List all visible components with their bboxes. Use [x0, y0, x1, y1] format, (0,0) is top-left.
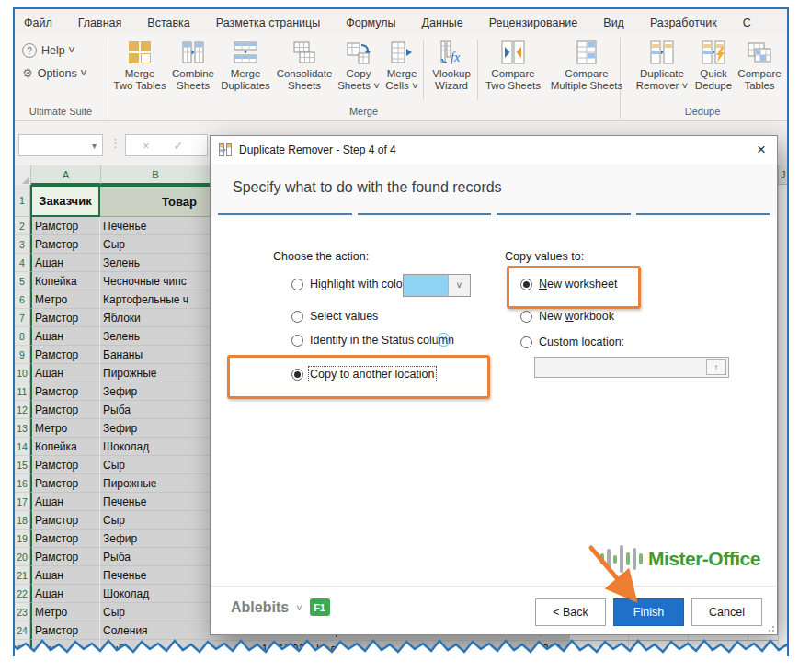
radio-label[interactable]: Highlight with color	[310, 278, 406, 290]
row-header[interactable]: 20	[15, 548, 30, 566]
row-header[interactable]: 6	[15, 290, 30, 309]
row-header[interactable]: 22	[15, 585, 30, 603]
quick-dedupe-button[interactable]: QuickDedupe	[691, 39, 736, 108]
row-header[interactable]: 1	[15, 185, 30, 217]
cell-customer[interactable]: Метро	[30, 419, 100, 438]
cell-product[interactable]: Картофельные ч	[100, 290, 210, 309]
cell-product[interactable]: Сыр	[100, 456, 210, 474]
radio-identify-status-column[interactable]: Identify in the Status column	[291, 334, 454, 347]
radio-icon[interactable]	[291, 335, 303, 347]
row-header[interactable]: 3	[15, 235, 30, 254]
cancel-entry-icon[interactable]: ×	[143, 139, 150, 153]
cell-amount[interactable]: 316	[502, 640, 561, 656]
compare-multiple-sheets-button[interactable]: CompareMultiple Sheets	[544, 39, 629, 108]
tab-file[interactable]: Файл	[24, 17, 52, 29]
tab-home[interactable]: Главная	[78, 17, 122, 29]
cell-product[interactable]: Зелень	[100, 327, 210, 346]
help-circle-icon[interactable]: ?	[437, 333, 451, 347]
radio-label[interactable]: New worksheet	[539, 278, 617, 290]
cell-product[interactable]: Зефир	[100, 382, 210, 401]
custom-location-input[interactable]: ↑	[534, 357, 729, 378]
row-header[interactable]: 5	[15, 272, 30, 290]
row-header[interactable]: 23	[15, 603, 30, 621]
cell-product[interactable]: Сыр	[100, 603, 210, 621]
tab-data[interactable]: Данные	[422, 17, 463, 29]
cell-customer[interactable]: Ашан	[30, 493, 100, 511]
radio-custom-location[interactable]: Custom location:	[520, 336, 624, 348]
back-button[interactable]: < Back	[535, 598, 606, 626]
row-header[interactable]: 10	[15, 364, 30, 382]
radio-icon[interactable]	[291, 279, 303, 290]
cell-product[interactable]: Рыба	[100, 548, 210, 566]
radio-label[interactable]: Identify in the Status column	[310, 334, 454, 347]
column-header-a[interactable]: A	[31, 165, 101, 185]
tab-formulas[interactable]: Формулы	[346, 17, 395, 29]
vlookup-wizard-button[interactable]: fx VlookupWizard	[428, 39, 475, 108]
color-swatch[interactable]	[404, 275, 449, 296]
cell-customer[interactable]: Рамстор	[30, 235, 100, 254]
radio-label[interactable]: Copy to another location	[310, 368, 435, 381]
cell-product-header[interactable]: Товар	[100, 185, 210, 217]
cell-product[interactable]: Зелень	[100, 254, 210, 272]
consolidate-sheets-button[interactable]: ConsolidateSheets	[274, 39, 335, 108]
row-header[interactable]: 17	[15, 493, 30, 511]
row-header[interactable]: 12	[15, 401, 30, 419]
tab-insert[interactable]: Вставка	[147, 17, 189, 29]
radio-icon-selected[interactable]	[291, 369, 303, 381]
tab-clipped[interactable]: С	[743, 17, 751, 29]
finish-button[interactable]: Finish	[613, 598, 684, 626]
cell-customer[interactable]: Рамстор	[30, 346, 100, 364]
cell-product[interactable]: Зефир	[100, 530, 210, 548]
cell-customer[interactable]: Ашан	[30, 254, 100, 272]
cell-product[interactable]: Шоколад	[100, 438, 210, 456]
cell-customer[interactable]: Рамстор	[30, 530, 100, 548]
cancel-button[interactable]: Cancel	[691, 598, 762, 626]
cell-customer[interactable]: Рамстор	[30, 511, 100, 530]
cell-customer[interactable]: Рамстор	[30, 548, 100, 566]
cell-customer[interactable]: Метро	[30, 603, 100, 621]
highlight-color-dropdown[interactable]: ˅	[403, 274, 471, 297]
range-picker-button[interactable]: ↑	[706, 359, 726, 375]
cell-product[interactable]: Рыба	[100, 640, 210, 656]
compare-tables-button[interactable]: CompareTables	[735, 39, 784, 108]
cell-manager[interactable]: Чалов	[316, 640, 381, 656]
row-header[interactable]: 18	[15, 511, 30, 530]
merge-duplicates-button[interactable]: MergeDuplicates	[217, 39, 274, 108]
cell-product[interactable]: Печенье	[100, 493, 210, 511]
radio-icon[interactable]	[291, 311, 303, 323]
help-button[interactable]: ? Help ˅	[22, 43, 74, 58]
select-all-corner[interactable]	[15, 165, 31, 186]
cell-product[interactable]: Соления	[100, 621, 210, 640]
row-header[interactable]: 21	[15, 566, 30, 585]
row-header[interactable]: 9	[15, 346, 30, 364]
cell-product[interactable]: Печенье	[100, 217, 210, 235]
cell-product[interactable]: Пирожные	[100, 474, 210, 493]
cell-product[interactable]: Пирожные	[100, 364, 210, 382]
cell-customer[interactable]: Ашан	[30, 327, 100, 346]
combine-sheets-button[interactable]: CombineSheets	[168, 39, 218, 108]
cell-product[interactable]: Бананы	[100, 346, 210, 364]
radio-new-workbook[interactable]: New workbook	[520, 310, 614, 323]
radio-highlight-with-color[interactable]: Highlight with color	[291, 278, 406, 290]
resize-grip[interactable]	[765, 622, 774, 632]
radio-label[interactable]: Custom location:	[539, 336, 624, 348]
chevron-down-icon[interactable]: ˅	[449, 275, 470, 296]
compare-two-sheets-button[interactable]: CompareTwo Sheets	[480, 39, 546, 108]
f1-help-badge[interactable]: F1	[310, 598, 330, 616]
tab-view[interactable]: Вид	[603, 17, 624, 29]
row-header[interactable]: 8	[15, 327, 30, 346]
ablebits-label[interactable]: Ablebits	[231, 599, 289, 616]
name-box[interactable]: ▾	[18, 134, 103, 156]
radio-new-worksheet[interactable]: New worksheet	[520, 278, 617, 290]
radio-select-values[interactable]: Select values	[291, 310, 378, 323]
cell-customer[interactable]: Метро	[30, 290, 100, 309]
cell-product[interactable]: Зефир	[100, 419, 210, 438]
cell-customer[interactable]: Рамстор	[30, 621, 100, 640]
row-header[interactable]: 14	[15, 438, 30, 456]
row-header[interactable]: 4	[15, 254, 30, 272]
options-button[interactable]: ⚙ Options ˅	[22, 66, 87, 80]
row-header[interactable]: 7	[15, 309, 30, 327]
radio-icon[interactable]	[520, 336, 532, 348]
copy-sheets-button[interactable]: CopySheets ˅	[335, 39, 382, 108]
radio-copy-to-another-location[interactable]: Copy to another location	[291, 368, 435, 381]
